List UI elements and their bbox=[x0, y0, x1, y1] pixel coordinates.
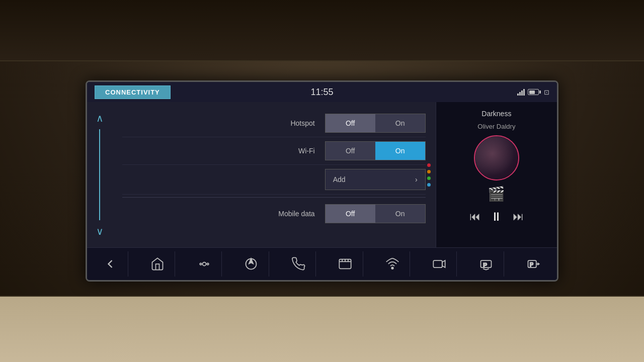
album-art-image bbox=[475, 136, 518, 179]
add-label: Add bbox=[333, 175, 346, 184]
main-content: ∧ ∨ Hotspot Off On bbox=[87, 102, 557, 247]
add-chevron-icon: › bbox=[415, 175, 418, 184]
scroll-line bbox=[99, 129, 100, 220]
nav-bar: P P bbox=[87, 247, 557, 280]
battery-tip bbox=[539, 90, 541, 94]
wifi-label: Wi-Fi bbox=[255, 147, 315, 155]
mobile-data-row: Mobile data Off On bbox=[122, 200, 426, 227]
left-panel: ∧ ∨ Hotspot Off On bbox=[87, 102, 436, 247]
hotspot-off-button[interactable]: Off bbox=[326, 114, 375, 132]
screen: CONNECTIVITY 11:55 ⊡ bbox=[86, 80, 558, 282]
song-artist: Oliver Daldry bbox=[477, 123, 515, 130]
nav-home[interactable] bbox=[140, 251, 175, 277]
music-panel: Darkness Oliver Daldry 🎬 ⏮ ⏸ ⏭ bbox=[436, 102, 557, 247]
svg-point-10 bbox=[391, 267, 393, 269]
playback-controls: ⏮ ⏸ ⏭ bbox=[469, 210, 524, 224]
output-icon: P bbox=[526, 257, 540, 271]
connectivity-panel: Hotspot Off On Wi-Fi Off On bbox=[112, 102, 436, 247]
svg-text:P: P bbox=[530, 261, 533, 267]
car-bezel: CONNECTIVITY 11:55 ⊡ bbox=[0, 0, 644, 362]
nav-projector[interactable]: P bbox=[469, 251, 504, 277]
wifi-toggle: Off On bbox=[325, 141, 426, 160]
nav-back[interactable] bbox=[93, 251, 128, 277]
nav-media[interactable] bbox=[328, 251, 363, 277]
connectivity-icon bbox=[385, 257, 399, 271]
nav-phone[interactable] bbox=[281, 251, 316, 277]
nav-camera[interactable] bbox=[422, 251, 457, 277]
svg-point-2 bbox=[200, 263, 202, 265]
dot-4 bbox=[427, 183, 431, 187]
wifi-row: Wi-Fi Off On bbox=[122, 137, 426, 165]
battery-body bbox=[528, 89, 539, 95]
screen-inner: CONNECTIVITY 11:55 ⊡ bbox=[87, 82, 557, 280]
svg-text:P: P bbox=[483, 261, 487, 268]
nav-settings[interactable] bbox=[187, 251, 222, 277]
projector-icon: P bbox=[479, 257, 493, 271]
phone-icon bbox=[291, 257, 305, 271]
camera-icon bbox=[432, 257, 446, 271]
battery-fill bbox=[529, 90, 535, 94]
add-button[interactable]: Add › bbox=[325, 169, 426, 190]
nav-map[interactable] bbox=[234, 251, 269, 277]
mobile-data-toggle: Off On bbox=[325, 204, 426, 223]
mobile-data-on-button[interactable]: On bbox=[375, 205, 425, 223]
status-icons: ⊡ bbox=[517, 88, 549, 96]
screen-title: CONNECTIVITY bbox=[95, 85, 171, 99]
svg-marker-12 bbox=[442, 260, 445, 267]
navigation-icon bbox=[244, 257, 258, 271]
hotspot-on-button[interactable]: On bbox=[375, 114, 425, 132]
hotspot-label: Hotspot bbox=[255, 119, 315, 127]
nav-output[interactable]: P bbox=[516, 251, 551, 277]
mobile-data-label: Mobile data bbox=[255, 210, 315, 218]
pause-button[interactable]: ⏸ bbox=[491, 210, 503, 224]
clock: 11:55 bbox=[310, 87, 333, 98]
top-bar: CONNECTIVITY 11:55 ⊡ bbox=[87, 82, 557, 102]
section-divider bbox=[122, 197, 426, 198]
dot-1 bbox=[427, 163, 431, 167]
next-button[interactable]: ⏭ bbox=[513, 210, 524, 223]
settings-icon bbox=[197, 257, 211, 271]
wifi-on-button[interactable]: On bbox=[375, 142, 425, 160]
svg-rect-11 bbox=[433, 260, 442, 267]
scroll-up-button[interactable]: ∧ bbox=[96, 112, 104, 124]
add-row: Add › bbox=[122, 165, 426, 195]
dots-indicator bbox=[427, 163, 431, 187]
svg-point-0 bbox=[202, 262, 206, 266]
svg-point-1 bbox=[207, 263, 209, 265]
sim-icon: ⊡ bbox=[544, 88, 549, 96]
home-icon bbox=[150, 257, 165, 271]
hotspot-toggle: Off On bbox=[325, 114, 426, 133]
scroll-down-button[interactable]: ∨ bbox=[96, 225, 104, 237]
nav-connectivity[interactable] bbox=[375, 251, 410, 277]
prev-button[interactable]: ⏮ bbox=[469, 210, 480, 223]
back-icon bbox=[103, 257, 117, 271]
media-type-icon: 🎬 bbox=[488, 186, 505, 202]
dot-3 bbox=[427, 176, 431, 180]
song-title: Darkness bbox=[481, 110, 511, 118]
dot-2 bbox=[427, 170, 431, 173]
wifi-off-button[interactable]: Off bbox=[326, 142, 375, 160]
scroll-control: ∧ ∨ bbox=[87, 102, 112, 247]
scroll-thumb bbox=[99, 147, 100, 184]
hotspot-row: Hotspot Off On bbox=[122, 110, 426, 137]
signal-icon bbox=[517, 88, 525, 96]
mobile-data-off-button[interactable]: Off bbox=[326, 205, 375, 223]
media-icon bbox=[338, 257, 352, 271]
battery-icon bbox=[528, 89, 541, 95]
album-art bbox=[474, 135, 519, 180]
